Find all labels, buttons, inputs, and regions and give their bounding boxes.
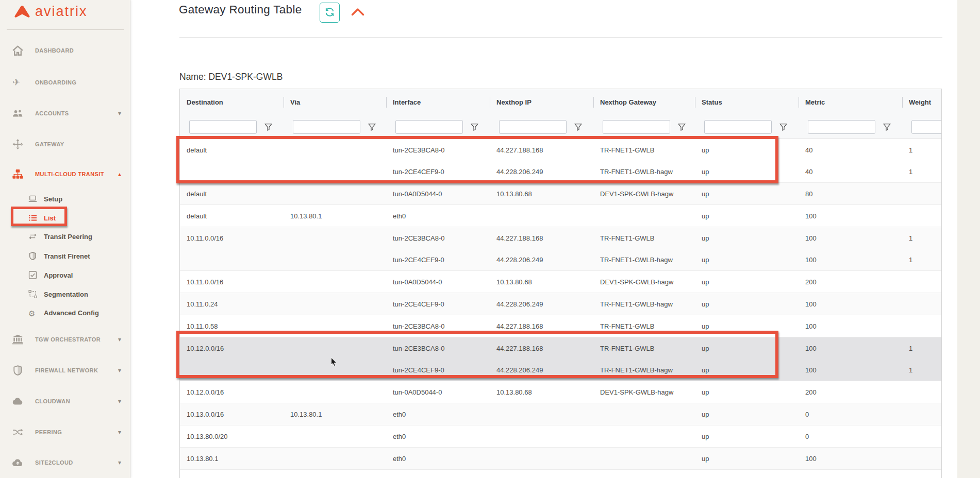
- refresh-icon: [324, 7, 335, 19]
- cell-nexthop-gateway: TR-FNET1-GWLB-hagw: [593, 161, 695, 182]
- cell-nexthop-gateway: [593, 205, 695, 227]
- sidebar-item-onboarding[interactable]: ✈ONBOARDING: [0, 74, 130, 91]
- filter-input-interface[interactable]: [395, 120, 463, 134]
- cell-via: [284, 315, 386, 337]
- filter-funnel-icon[interactable]: [678, 123, 686, 131]
- sidebar-item-gateway[interactable]: GATEWAY: [0, 136, 130, 152]
- table-row[interactable]: 10.13.80.0/20eth0up0: [180, 425, 941, 447]
- sidebar-item-firewall-network[interactable]: FIREWALL NETWORK▾: [0, 362, 130, 379]
- table-row-group[interactable]: defaulttun-0A0D5044-010.13.80.68DEV1-SPK…: [180, 183, 941, 205]
- cell-status: up: [695, 403, 799, 425]
- column-header-status[interactable]: Status: [695, 89, 799, 115]
- table-row[interactable]: tun-2CE4CEF9-044.228.206.249TR-FNET1-GWL…: [180, 249, 941, 270]
- table-row[interactable]: 169.254.0.0/16eth0up0: [180, 470, 941, 478]
- cell-metric: 100: [799, 315, 902, 337]
- table-row[interactable]: 10.11.0.58tun-2CE3BCA8-044.227.188.168TR…: [180, 315, 941, 337]
- filter-funnel-icon[interactable]: [883, 123, 891, 131]
- table-row-group[interactable]: 10.12.0.0/16tun-0A0D5044-010.13.80.68DEV…: [180, 381, 941, 403]
- sidebar-item-setup[interactable]: Setup: [0, 192, 130, 206]
- shield-icon: [12, 365, 23, 375]
- column-header-destination[interactable]: Destination: [180, 89, 284, 115]
- sidebar-item-accounts[interactable]: ACCOUNTS▾: [0, 105, 130, 122]
- table-row-group[interactable]: 10.12.0.0/16tun-2CE3BCA8-044.227.188.168…: [180, 337, 941, 381]
- table-row[interactable]: defaulttun-2CE3BCA8-044.227.188.168TR-FN…: [180, 139, 941, 161]
- cell-weight: [902, 183, 942, 204]
- filter-input-nexthop-ip[interactable]: [499, 120, 567, 134]
- table-row[interactable]: tun-2CE4CEF9-044.228.206.249TR-FNET1-GWL…: [180, 359, 941, 381]
- table-row-group[interactable]: 10.11.0.24tun-2CE4CEF9-044.228.206.249TR…: [180, 293, 941, 315]
- table-row[interactable]: defaulttun-0A0D5044-010.13.80.68DEV1-SPK…: [180, 183, 941, 204]
- cell-interface: tun-2CE3BCA8-0: [386, 139, 490, 161]
- table-row-group[interactable]: default10.13.80.1eth0up100: [180, 205, 941, 227]
- table-row[interactable]: 10.13.80.1eth0up100: [180, 448, 941, 469]
- table-row[interactable]: 10.11.0.0/16tun-0A0D5044-010.13.80.68DEV…: [180, 271, 941, 293]
- table-row-group[interactable]: defaulttun-2CE3BCA8-044.227.188.168TR-FN…: [180, 139, 941, 183]
- cell-interface: tun-2CE3BCA8-0: [386, 227, 490, 249]
- cell-status: up: [695, 139, 799, 161]
- cell-destination: [180, 249, 284, 270]
- column-header-metric[interactable]: Metric: [799, 89, 902, 115]
- sidebar-item-cloudwan[interactable]: CLOUDWAN▾: [0, 393, 130, 409]
- filter-funnel-icon[interactable]: [574, 123, 582, 131]
- sidebar-item-site2cloud[interactable]: SITE2CLOUD▾: [0, 454, 130, 471]
- table-row-group[interactable]: 10.11.0.0/16tun-2CE3BCA8-044.227.188.168…: [180, 227, 941, 271]
- sidebar-item-segmentation[interactable]: Segmentation: [0, 287, 130, 301]
- cell-destination: 10.11.0.58: [180, 315, 284, 337]
- table-row-group[interactable]: 10.11.0.58tun-2CE3BCA8-044.227.188.168TR…: [180, 315, 941, 337]
- filter-funnel-icon[interactable]: [264, 123, 272, 131]
- filter-input-status[interactable]: [704, 120, 772, 134]
- table-row-group[interactable]: 10.11.0.0/16tun-0A0D5044-010.13.80.68DEV…: [180, 271, 941, 293]
- cell-interface: tun-2CE3BCA8-0: [386, 315, 490, 337]
- table-row[interactable]: 10.12.0.0/16tun-2CE3BCA8-044.227.188.168…: [180, 337, 941, 359]
- cell-metric: 100: [799, 205, 902, 227]
- cell-interface: tun-2CE4CEF9-0: [386, 249, 490, 270]
- filter-input-metric[interactable]: [808, 120, 875, 134]
- aviatrix-logo[interactable]: aviatrix: [0, 0, 130, 30]
- sidebar-item-tgw-orchestrator[interactable]: TGW ORCHESTRATOR▾: [0, 331, 130, 348]
- cell-weight: 1: [902, 161, 942, 182]
- sidebar-item-advanced-config[interactable]: ⚙Advanced Config: [0, 306, 130, 319]
- table-row[interactable]: 10.11.0.24tun-2CE4CEF9-044.228.206.249TR…: [180, 293, 941, 315]
- column-header-weight[interactable]: Weight: [902, 89, 942, 115]
- table-row-group[interactable]: 169.254.0.0/16eth0up0: [180, 470, 941, 478]
- filter-cell-metric: [799, 115, 902, 139]
- filter-funnel-icon[interactable]: [471, 123, 478, 131]
- filter-input-via[interactable]: [293, 120, 360, 134]
- column-header-via[interactable]: Via: [284, 89, 386, 115]
- column-header-nexthop-ip[interactable]: Nexthop IP: [490, 89, 593, 115]
- table-row[interactable]: tun-2CE4CEF9-044.228.206.249TR-FNET1-GWL…: [180, 161, 941, 182]
- table-row-group[interactable]: 10.13.80.0/20eth0up0: [180, 425, 941, 448]
- sidebar-item-approval[interactable]: Approval: [0, 268, 130, 282]
- cell-interface: tun-0A0D5044-0: [386, 381, 490, 403]
- cell-metric: 40: [799, 161, 902, 182]
- table-row[interactable]: 10.12.0.0/16tun-0A0D5044-010.13.80.68DEV…: [180, 381, 941, 403]
- table-row[interactable]: default10.13.80.1eth0up100: [180, 205, 941, 227]
- cell-nexthop-ip: 44.228.206.249: [490, 249, 593, 270]
- cell-nexthop-ip: [490, 403, 593, 425]
- column-header-interface[interactable]: Interface: [386, 89, 490, 115]
- cell-interface: tun-2CE4CEF9-0: [386, 293, 490, 315]
- cloud-icon: [12, 396, 23, 406]
- sidebar-item-transit-firenet[interactable]: Transit Firenet: [0, 249, 130, 263]
- chevron-up-icon[interactable]: [351, 8, 364, 16]
- refresh-button[interactable]: [320, 3, 340, 23]
- filter-funnel-icon[interactable]: [779, 123, 787, 131]
- sidebar-item-peering[interactable]: PEERING▾: [0, 424, 130, 440]
- filter-input-nexthop-gateway[interactable]: [603, 120, 670, 134]
- filter-input-destination[interactable]: [189, 120, 257, 134]
- table-row-group[interactable]: 10.13.80.1eth0up100: [180, 448, 941, 470]
- sidebar-item-list[interactable]: List: [0, 211, 130, 225]
- sidebar-item-dashboard[interactable]: DASHBOARD: [0, 42, 130, 59]
- cell-nexthop-ip: [490, 448, 593, 469]
- table-row[interactable]: 10.13.0.0/1610.13.80.1eth0up0: [180, 403, 941, 425]
- filter-funnel-icon[interactable]: [368, 123, 376, 131]
- table-row[interactable]: 10.11.0.0/16tun-2CE3BCA8-044.227.188.168…: [180, 227, 941, 249]
- sidebar-item-multi-cloud-transit[interactable]: MULTI-CLOUD TRANSIT▴: [0, 166, 130, 182]
- sidebar-item-transit-peering[interactable]: Transit Peering: [0, 230, 130, 243]
- chevron-down-icon: ▾: [118, 336, 121, 343]
- cell-nexthop-ip: 44.227.188.168: [490, 139, 593, 161]
- cell-nexthop-ip: [490, 470, 593, 478]
- filter-input-weight[interactable]: [911, 120, 942, 134]
- column-header-nexthop-gateway[interactable]: Nexthop Gateway: [593, 89, 695, 115]
- table-row-group[interactable]: 10.13.0.0/1610.13.80.1eth0up0: [180, 403, 941, 425]
